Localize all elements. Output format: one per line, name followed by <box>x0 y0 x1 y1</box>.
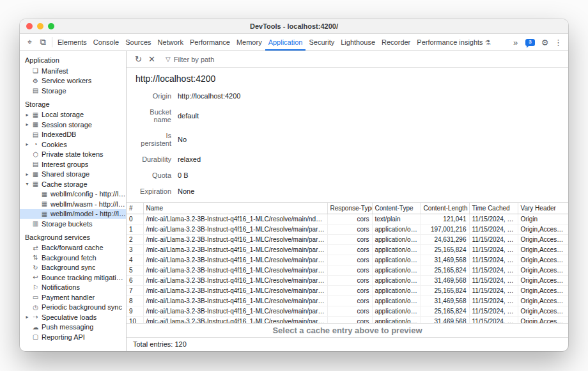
device-toolbar-icon[interactable]: ⧉ <box>36 34 50 51</box>
sidebar-item-label: Background fetch <box>40 254 97 262</box>
cache-entry-row[interactable]: 2/mlc-ai/Llama-3.2-3B-Instruct-q4f16_1-M… <box>127 235 568 245</box>
column-header-name[interactable]: Name <box>143 203 327 214</box>
sidebar-item-storage[interactable]: ▤Storage <box>20 86 126 96</box>
column-header-time-cached[interactable]: Time Cached <box>469 203 518 214</box>
cache-entry-row[interactable]: 10/mlc-ai/Llama-3.2-3B-Instruct-q4f16_1-… <box>127 317 568 324</box>
disclosure-collapsed-icon[interactable]: ▸ <box>24 171 31 177</box>
tab-sources[interactable]: Sources <box>122 34 154 51</box>
sidebar-item-back-forward-cache[interactable]: ⇄Back/forward cache <box>20 243 126 253</box>
cache-entry-row[interactable]: 6/mlc-ai/Llama-3.2-3B-Instruct-q4f16_1-M… <box>127 276 568 286</box>
more-panels-chevron-icon[interactable]: » <box>509 38 522 47</box>
cache-entry-cell: Origin,Access… <box>518 317 568 324</box>
settings-gear-icon[interactable]: ⚙ <box>538 38 552 47</box>
filter-by-path-input[interactable]: ▽ Filter by path <box>163 56 214 63</box>
tab-security[interactable]: Security <box>306 34 337 51</box>
disclosure-collapsed-icon[interactable]: ▸ <box>24 122 31 127</box>
cache-entry-cell: application/oc… <box>372 276 421 286</box>
refresh-icon[interactable]: ↻ <box>132 54 145 64</box>
tab-console[interactable]: Console <box>90 34 122 51</box>
titlebar[interactable]: DevTools - localhost:4200/ <box>20 19 568 34</box>
sidebar-item-storage-buckets[interactable]: ▥Storage buckets <box>20 219 126 229</box>
cache-entry-row[interactable]: 9/mlc-ai/Llama-3.2-3B-Instruct-q4f16_1-M… <box>127 306 568 317</box>
sidebar-item-background-sync[interactable]: ↻Background sync <box>20 263 126 273</box>
cloud-icon: ☁ <box>31 324 40 331</box>
traffic-lights <box>26 19 54 33</box>
delete-selected-icon[interactable]: ✕ <box>145 54 159 64</box>
sidebar-item-webllm-config-http-loc[interactable]: ▦webllm/config - http://loc… <box>20 189 126 200</box>
sidebar-item-local-storage[interactable]: ▸▦Local storage <box>20 110 126 120</box>
tab-label: Elements <box>58 38 87 46</box>
feedback-chat-icon[interactable]: 3 <box>525 39 535 46</box>
cache-entry-row[interactable]: 1/mlc-ai/Llama-3.2-3B-Instruct-q4f16_1-M… <box>127 225 568 235</box>
disclosure-expanded-icon[interactable]: ▾ <box>24 181 31 187</box>
cache-entry-cell: 25,165,824 <box>421 245 469 255</box>
cache-storage-panel: ↻ ✕ ▽ Filter by path http://localhost:42… <box>127 51 568 351</box>
cache-entry-row[interactable]: 7/mlc-ai/Llama-3.2-3B-Instruct-q4f16_1-M… <box>127 286 568 296</box>
zoom-window-button[interactable] <box>48 23 54 29</box>
tab-elements[interactable]: Elements <box>54 34 90 51</box>
cache-entry-cell: Origin <box>518 214 568 225</box>
token-icon: ⬡ <box>31 151 40 158</box>
close-window-button[interactable] <box>26 23 33 29</box>
sidebar-item-session-storage[interactable]: ▸▦Session storage <box>20 120 126 130</box>
origin-title: http://localhost:4200 <box>127 68 568 86</box>
sidebar-item-webllm-wasm-http-loca[interactable]: ▦webllm/wasm - http://loca… <box>20 199 126 209</box>
sidebar-item-notifications[interactable]: ⚐Notifications <box>20 283 126 293</box>
tab-performance[interactable]: Performance <box>187 34 233 51</box>
sidebar-item-label: Back/forward cache <box>40 244 104 251</box>
column-header-response-type[interactable]: Response-Type <box>327 203 372 214</box>
column-header-num[interactable]: # <box>127 203 143 214</box>
tab-application[interactable]: Application <box>265 34 306 51</box>
cache-entry-row[interactable]: 5/mlc-ai/Llama-3.2-3B-Instruct-q4f16_1-M… <box>127 265 568 276</box>
sidebar-item-label: webllm/wasm - http://loca… <box>49 200 126 208</box>
sidebar-item-label: Shared storage <box>40 170 89 178</box>
sidebar-item-shared-storage[interactable]: ▸▦Shared storage <box>20 170 126 180</box>
sidebar-item-speculative-loads[interactable]: ▸⇢Speculative loads <box>20 312 126 322</box>
sidebar-item-service-workers[interactable]: ⚙Service workers <box>20 76 126 86</box>
sidebar-item-payment-handler[interactable]: ▭Payment handler <box>20 292 126 303</box>
sidebar-item-cache-storage[interactable]: ▾▦Cache storage <box>20 179 126 189</box>
tab-lighthouse[interactable]: Lighthouse <box>337 34 378 51</box>
sidebar-item-interest-groups[interactable]: ▤Interest groups <box>20 159 126 170</box>
sidebar-item-private-state-tokens[interactable]: ⬡Private state tokens <box>20 150 126 160</box>
cache-entry-cell: 25,165,824 <box>421 265 469 276</box>
sidebar-item-cookies[interactable]: ▸◔Cookies <box>20 139 126 150</box>
sidebar-item-reporting-api[interactable]: ▢Reporting API <box>20 332 126 342</box>
cache-entry-cell: /mlc-ai/Llama-3.2-3B-Instruct-q4f16_1-ML… <box>143 245 327 255</box>
cache-entry-cell: 11/15/2024, 10… <box>469 276 518 286</box>
sidebar-item-label: Local storage <box>40 111 84 118</box>
column-header-content-type[interactable]: Content-Type <box>372 203 421 214</box>
sidebar-section-title: Application <box>20 52 126 66</box>
tab-network[interactable]: Network <box>155 34 187 51</box>
sidebar-item-manifest[interactable]: ❏Manifest <box>20 66 126 76</box>
cache-entry-cell: 31,469,568 <box>421 317 469 324</box>
meta-label: Quota <box>135 171 171 179</box>
disclosure-collapsed-icon[interactable]: ▸ <box>24 112 31 118</box>
sidebar-item-bounce-tracking-mitigations[interactable]: ↩Bounce tracking mitigations <box>20 272 126 283</box>
tab-memory[interactable]: Memory <box>233 34 265 51</box>
kebab-menu-icon[interactable]: ⋮ <box>552 38 565 47</box>
tab-performance-insights[interactable]: Performance insights⚗ <box>414 34 493 51</box>
disclosure-collapsed-icon[interactable]: ▸ <box>24 314 31 320</box>
sidebar-item-background-fetch[interactable]: ⇅Background fetch <box>20 253 126 263</box>
cache-entry-row[interactable]: 8/mlc-ai/Llama-3.2-3B-Instruct-q4f16_1-M… <box>127 296 568 306</box>
cache-entries-table[interactable]: #NameResponse-TypeContent-TypeContent-Le… <box>127 202 568 323</box>
sidebar-item-webllm-model-http-loc[interactable]: ▦webllm/model - http://loc… <box>20 209 126 219</box>
column-header-vary-header[interactable]: Vary Header <box>518 203 568 214</box>
cache-entry-cell: /mlc-ai/Llama-3.2-3B-Instruct-q4f16_1-ML… <box>143 265 327 276</box>
column-header-content-length[interactable]: Content-Length <box>421 203 469 214</box>
tab-recorder[interactable]: Recorder <box>378 34 414 51</box>
sidebar-item-label: Storage <box>40 87 66 95</box>
service-worker-icon: ⚙ <box>31 77 40 84</box>
cache-entry-cell: 11/15/2024, 10… <box>469 245 518 255</box>
sidebar-item-push-messaging[interactable]: ☁Push messaging <box>20 322 126 333</box>
sidebar-item-periodic-background-sync[interactable]: ◷Periodic background sync <box>20 303 126 313</box>
cache-entry-row[interactable]: 0/mlc-ai/Llama-3.2-3B-Instruct-q4f16_1-M… <box>127 214 568 225</box>
inspect-element-icon[interactable]: ⌖ <box>23 34 36 51</box>
disclosure-collapsed-icon[interactable]: ▸ <box>24 141 31 147</box>
meta-label: Durability <box>135 155 171 163</box>
cache-entry-row[interactable]: 3/mlc-ai/Llama-3.2-3B-Instruct-q4f16_1-M… <box>127 245 568 255</box>
cache-entry-row[interactable]: 4/mlc-ai/Llama-3.2-3B-Instruct-q4f16_1-M… <box>127 255 568 265</box>
minimize-window-button[interactable] <box>37 23 43 29</box>
sidebar-item-indexeddb[interactable]: ▤IndexedDB <box>20 130 126 140</box>
